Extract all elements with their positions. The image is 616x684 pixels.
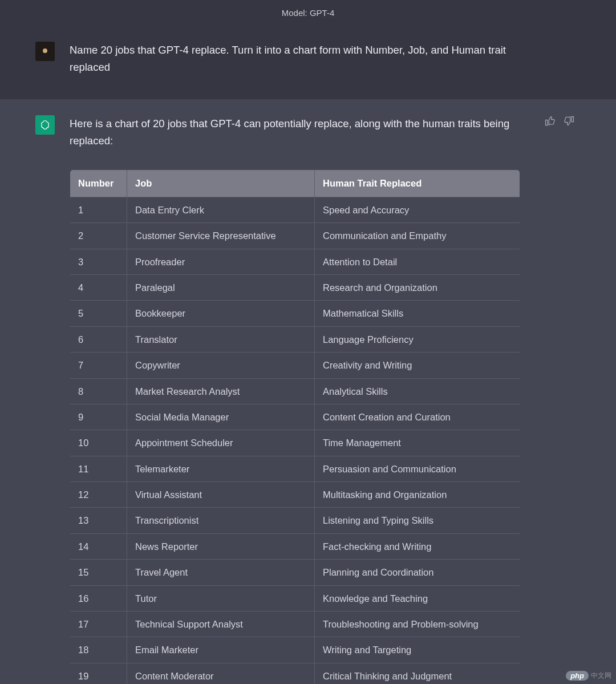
cell-number: 18 [70,637,127,663]
cell-number: 15 [70,560,127,585]
cell-job: Email Marketer [127,637,315,663]
cell-job: Market Research Analyst [127,378,315,404]
table-row: 2Customer Service RepresentativeCommunic… [70,223,520,249]
table-row: 16TutorKnowledge and Teaching [70,585,520,611]
table-row: 6TranslatorLanguage Proficiency [70,326,520,352]
watermark: php 中文网 [566,671,611,681]
cell-job: Technical Support Analyst [127,612,315,637]
cell-number: 13 [70,508,127,533]
table-row: 7CopywriterCreativity and Writing [70,353,520,378]
table-row: 3ProofreaderAttention to Detail [70,249,520,274]
cell-job: Translator [127,326,315,352]
cell-trait: Analytical Skills [314,378,520,404]
cell-job: Appointment Scheduler [127,430,315,456]
cell-number: 10 [70,430,127,456]
cell-number: 6 [70,326,127,352]
cell-trait: Speed and Accuracy [314,197,520,222]
user-message-text: Name 20 jobs that GPT-4 replace. Turn it… [70,42,520,75]
cell-number: 1 [70,197,127,222]
assistant-avatar [35,115,55,135]
cell-trait: Troubleshooting and Problem-solving [314,612,520,637]
cell-number: 5 [70,301,127,326]
cell-trait: Listening and Typing Skills [314,508,520,533]
table-row: 18Email MarketerWriting and Targeting [70,637,520,663]
cell-number: 14 [70,533,127,559]
cell-job: News Reporter [127,533,315,559]
cell-job: Telemarketer [127,456,315,481]
thumbs-down-icon [564,115,575,127]
cell-trait: Fact-checking and Writing [314,533,520,559]
cell-trait: Creativity and Writing [314,353,520,378]
table-row: 10Appointment SchedulerTime Management [70,430,520,456]
cell-job: Bookkeeper [127,301,315,326]
cell-trait: Planning and Coordination [314,560,520,585]
jobs-table: Number Job Human Trait Replaced 1Data En… [70,169,520,684]
cell-job: Paralegal [127,274,315,300]
col-trait: Human Trait Replaced [314,170,520,197]
thumbs-up-button[interactable] [544,115,556,129]
col-number: Number [70,170,127,197]
cell-number: 3 [70,249,127,274]
table-row: 17Technical Support AnalystTroubleshooti… [70,612,520,637]
cell-trait: Research and Organization [314,274,520,300]
cell-trait: Multitasking and Organization [314,482,520,508]
table-row: 9Social Media ManagerContent Creation an… [70,404,520,430]
feedback-actions [544,115,575,129]
assistant-message-block: Here is a chart of 20 jobs that GPT-4 ca… [0,99,616,684]
cell-number: 17 [70,612,127,637]
cell-job: Content Moderator [127,663,315,684]
cell-job: Proofreader [127,249,315,274]
cell-trait: Knowledge and Teaching [314,585,520,611]
cell-number: 16 [70,585,127,611]
cell-trait: Persuasion and Communication [314,456,520,481]
cell-trait: Communication and Empathy [314,223,520,249]
table-row: 1Data Entry ClerkSpeed and Accuracy [70,197,520,222]
cell-job: Social Media Manager [127,404,315,430]
cell-job: Copywriter [127,353,315,378]
table-row: 4ParalegalResearch and Organization [70,274,520,300]
watermark-text: 中文网 [591,671,611,681]
cell-job: Tutor [127,585,315,611]
cell-job: Customer Service Representative [127,223,315,249]
thumbs-up-icon [544,115,556,127]
table-header-row: Number Job Human Trait Replaced [70,170,520,197]
cell-number: 4 [70,274,127,300]
cell-trait: Language Proficiency [314,326,520,352]
col-job: Job [127,170,315,197]
thumbs-down-button[interactable] [564,115,575,129]
table-row: 8Market Research AnalystAnalytical Skill… [70,378,520,404]
cell-number: 19 [70,663,127,684]
cell-job: Travel Agent [127,560,315,585]
table-row: 11TelemarketerPersuasion and Communicati… [70,456,520,481]
table-row: 15Travel AgentPlanning and Coordination [70,560,520,585]
cell-trait: Attention to Detail [314,249,520,274]
cell-trait: Critical Thinking and Judgment [314,663,520,684]
cell-number: 11 [70,456,127,481]
user-avatar [35,42,55,61]
assistant-message-content: Here is a chart of 20 jobs that GPT-4 ca… [70,115,520,684]
cell-trait: Time Management [314,430,520,456]
cell-job: Virtual Assistant [127,482,315,508]
table-row: 13TranscriptionistListening and Typing S… [70,508,520,533]
cell-number: 12 [70,482,127,508]
table-row: 14News ReporterFact-checking and Writing [70,533,520,559]
cell-job: Transcriptionist [127,508,315,533]
cell-trait: Content Creation and Curation [314,404,520,430]
cell-number: 2 [70,223,127,249]
cell-number: 9 [70,404,127,430]
cell-job: Data Entry Clerk [127,197,315,222]
openai-icon [39,119,51,131]
model-label: Model: GPT-4 [282,8,335,18]
cell-number: 8 [70,378,127,404]
user-message-block: Name 20 jobs that GPT-4 replace. Turn it… [0,26,616,99]
cell-trait: Writing and Targeting [314,637,520,663]
assistant-intro-text: Here is a chart of 20 jobs that GPT-4 ca… [70,118,509,147]
table-row: 5BookkeeperMathematical Skills [70,301,520,326]
table-row: 19Content ModeratorCritical Thinking and… [70,663,520,684]
table-row: 12Virtual AssistantMultitasking and Orga… [70,482,520,508]
cell-number: 7 [70,353,127,378]
watermark-badge: php [566,671,589,681]
model-bar: Model: GPT-4 [0,0,616,26]
cell-trait: Mathematical Skills [314,301,520,326]
